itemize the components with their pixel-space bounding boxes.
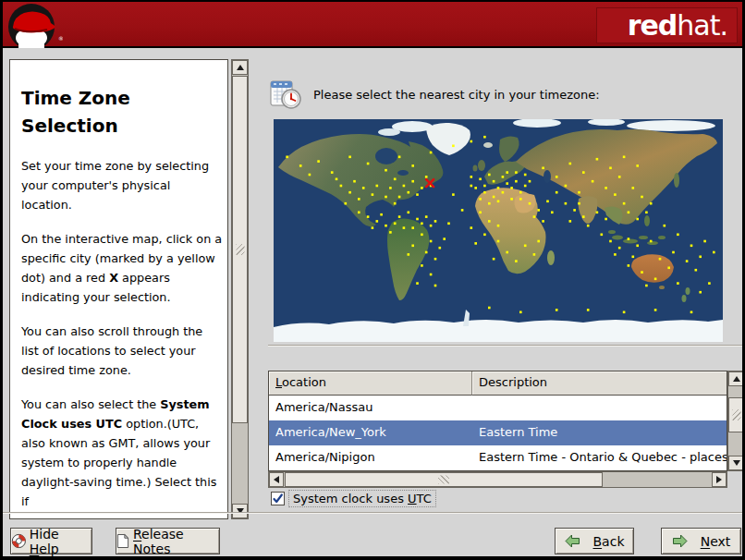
back-button[interactable]: Back: [555, 528, 634, 554]
next-arrow-icon: [672, 534, 688, 548]
arrow-up-icon: [237, 65, 244, 70]
table-hscrollbar[interactable]: [268, 471, 727, 488]
back-label: Back: [593, 534, 625, 549]
next-label: Next: [701, 534, 731, 549]
iceland: [483, 142, 493, 148]
footer-separator: [3, 512, 745, 514]
cell-description: Eastern Time - Ontario & Quebec - places…: [472, 445, 727, 470]
scrollbar-thumb[interactable]: [232, 76, 248, 423]
release-notes-label: Release Notes: [133, 527, 219, 556]
installer-window: ® redhat. Time Zone Selection Set your t…: [0, 0, 745, 560]
help-paragraph: Set your time zone by selecting your com…: [21, 156, 224, 214]
utc-checkbox[interactable]: [271, 492, 285, 505]
cell-description: Eastern Time: [472, 420, 727, 445]
hide-help-label: Hide Help: [30, 527, 92, 556]
antarctica: [274, 320, 723, 342]
arrow-left-icon: [274, 476, 279, 483]
scroll-right-button[interactable]: [712, 472, 727, 487]
column-header-description[interactable]: Description: [472, 371, 727, 396]
back-arrow-icon: [565, 534, 580, 548]
help-text: Set your time zone by selecting your com…: [21, 156, 224, 511]
table-row[interactable]: America/Nassau: [269, 396, 727, 420]
table-body: America/NassauAmerica/New_YorkEastern Ti…: [269, 396, 727, 470]
redhat-shadowman-icon: ®: [6, 2, 63, 48]
scroll-up-button[interactable]: [728, 371, 744, 386]
brand-light: hat.: [677, 9, 727, 42]
registered-mark: ®: [58, 35, 63, 42]
timezone-table: Location Description America/NassauAmeri…: [268, 371, 727, 471]
help-paragraph: You can also select the System Clock use…: [21, 395, 224, 511]
madagascar: [547, 250, 555, 265]
cell-location: America/Nipigon: [269, 445, 472, 470]
document-icon: [116, 533, 129, 549]
utc-checkbox-row: System clock uses UTC: [271, 490, 436, 507]
scroll-left-button[interactable]: [269, 472, 284, 487]
table-header-row: Location Description: [269, 371, 727, 396]
lifebuoy-icon: [11, 533, 27, 549]
help-paragraph: On the interactive map, click on a speci…: [21, 229, 224, 307]
table-row[interactable]: America/New_YorkEastern Time: [269, 420, 727, 445]
check-icon: [272, 493, 284, 505]
scrollbar-thumb[interactable]: [728, 397, 744, 432]
timezone-clock-icon: [269, 79, 302, 110]
hudson-bay: [375, 148, 397, 164]
help-paragraph: You can also scroll through the list of …: [21, 322, 224, 380]
help-scrollbar[interactable]: [231, 59, 249, 519]
map-separator: [268, 345, 744, 347]
great-lakes: [397, 170, 409, 176]
page-title: Time Zone Selection: [21, 84, 174, 140]
world-map[interactable]: [274, 119, 723, 342]
arrow-down-icon: [733, 460, 740, 466]
table-vscrollbar[interactable]: [727, 371, 745, 471]
prompt-row: Please select the nearest city in your t…: [269, 79, 600, 110]
column-header-location[interactable]: Location: [269, 371, 472, 396]
top-banner: ® redhat.: [3, 2, 742, 48]
britain: [478, 160, 485, 171]
ireland: [473, 165, 478, 172]
arrow-up-icon: [733, 376, 740, 382]
cell-description: [472, 396, 727, 420]
prompt-label: Please select the nearest city in your t…: [313, 88, 600, 102]
scroll-down-button[interactable]: [728, 456, 744, 470]
japan: [674, 173, 679, 188]
release-notes-button[interactable]: Release Notes: [116, 528, 220, 554]
cell-location: America/New_York: [269, 420, 472, 445]
brand-bold: red: [628, 9, 678, 42]
help-panel: Time Zone Selection Set your time zone b…: [9, 59, 228, 519]
table-row[interactable]: America/NipigonEastern Time - Ontario & …: [269, 445, 727, 470]
caspian-sea: [543, 170, 551, 183]
next-button[interactable]: Next: [661, 528, 741, 554]
utc-checkbox-label[interactable]: System clock uses UTC: [288, 490, 436, 507]
redhat-wordmark: redhat.: [596, 7, 738, 43]
scroll-down-button[interactable]: [232, 504, 248, 518]
scroll-up-button[interactable]: [232, 60, 248, 75]
arrow-right-icon: [716, 476, 722, 483]
scrollbar-thumb[interactable]: [285, 472, 603, 487]
tasmania: [659, 286, 665, 289]
cell-location: America/Nassau: [269, 396, 472, 420]
hide-help-button[interactable]: Hide Help: [10, 528, 92, 554]
